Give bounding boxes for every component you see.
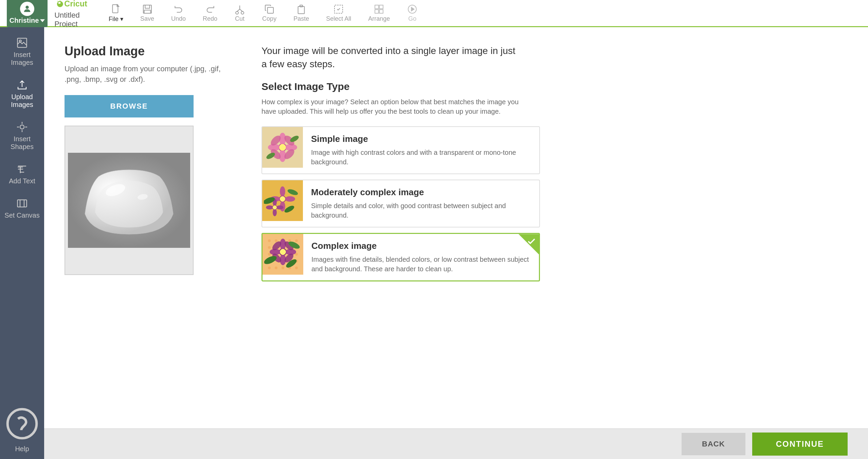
svg-point-10 [236,12,238,14]
svg-point-40 [279,144,286,151]
sidebar-item-upload-images[interactable]: Upload Images [0,73,44,115]
toolbar-arrange[interactable]: Arrange [368,4,390,22]
svg-point-53 [266,205,273,209]
username-label: Christine [10,17,39,24]
image-preview [65,126,194,275]
sidebar-item-set-canvas[interactable]: Set Canvas [0,191,44,225]
left-panel: Upload Image Upload an image from your c… [44,27,241,428]
toolbar-undo-label: Undo [171,15,186,22]
sidebar-insert-images-label: Insert Images [3,51,41,67]
sidebar-help-label: Help [15,445,29,453]
upload-title: Upload Image [65,44,221,58]
option-simple-title: Simple image [311,134,531,144]
svg-point-75 [295,267,298,269]
main-layout: Insert Images Upload Images Insert Shape… [0,27,868,459]
svg-point-85 [280,249,286,255]
sidebar-upload-images-label: Upload Images [3,93,41,109]
toolbar-cut[interactable]: Cut [234,4,245,22]
sidebar: Insert Images Upload Images Insert Shape… [0,27,44,459]
option-simple-thumb [262,127,303,168]
option-moderate-thumb [262,180,303,221]
username-row: Christine [10,17,45,24]
svg-point-54 [276,205,284,209]
svg-point-72 [275,267,277,269]
intro-text: Your image will be converted into a sing… [261,44,520,71]
svg-point-65 [268,246,271,249]
toolbar-copy[interactable]: Copy [262,4,276,22]
toolbar-arrange-label: Arrange [368,15,390,22]
svg-text:Cricut: Cricut [64,0,87,8]
svg-point-71 [268,267,271,269]
svg-point-61 [275,239,277,242]
content-area: Upload Image Upload an image from your c… [44,27,868,459]
project-title: Untitled Project [54,11,95,29]
svg-rect-9 [144,10,150,13]
svg-point-60 [268,239,271,242]
toolbar-go[interactable]: Go [407,4,418,22]
toolbar-save[interactable]: Save [140,4,154,22]
continue-button[interactable]: CONTINUE [752,433,848,456]
toolbar-copy-label: Copy [262,15,276,22]
svg-point-64 [295,239,298,242]
svg-point-23 [20,125,24,129]
sidebar-set-canvas-label: Set Canvas [4,212,39,219]
right-panel: Your image will be converted into a sing… [241,27,868,428]
user-button[interactable]: Christine [7,0,48,27]
toolbar-paste[interactable]: Paste [293,4,309,22]
svg-rect-25 [18,200,27,207]
svg-point-0 [25,6,29,9]
svg-point-73 [282,267,284,269]
toolbar-redo[interactable]: Redo [203,4,217,22]
toolbar-paste-label: Paste [293,15,309,22]
svg-rect-12 [268,7,273,13]
browse-button[interactable]: BROWSE [65,95,194,117]
svg-rect-17 [380,5,383,9]
svg-rect-18 [375,10,379,13]
sidebar-item-insert-shapes[interactable]: Insert Shapes [0,115,44,157]
svg-point-45 [280,186,285,197]
option-complex[interactable]: Complex image Images with fine details, … [261,233,540,281]
option-complex-title: Complex image [311,241,531,251]
cricut-logo: Cricut Untitled Project [54,0,95,29]
back-button[interactable]: BACK [682,433,745,455]
svg-point-68 [295,253,298,256]
option-complex-text: Complex image Images with fine details, … [303,234,539,280]
toolbar-file-label: File ▾ [109,15,123,23]
option-moderate-desc: Simple details and color, with good cont… [311,201,531,220]
svg-rect-16 [375,5,379,9]
upload-description: Upload an image from your computer (.jpg… [65,64,221,85]
user-avatar [20,2,34,16]
select-image-type-heading: Select Image Type [261,81,848,92]
svg-point-67 [268,253,271,256]
svg-text:T: T [18,165,23,175]
top-bar-left: Christine Cricut Untitled Project [7,0,95,29]
bottom-bar: BACK CONTINUE [44,428,868,459]
option-moderate[interactable]: Moderately complex image Simple details … [261,180,540,227]
toolbar-undo[interactable]: Undo [171,4,186,22]
sidebar-item-add-text[interactable]: T Add Text [0,157,44,191]
sidebar-item-help[interactable]: Help [0,398,44,459]
svg-point-52 [273,209,277,216]
sidebar-add-text-label: Add Text [9,177,35,185]
svg-point-11 [241,12,244,14]
toolbar-cut-label: Cut [235,15,245,22]
toolbar-select-all-label: Select All [326,15,351,22]
toolbar-go-label: Go [408,15,416,22]
sidebar-insert-shapes-label: Insert Shapes [3,135,41,151]
option-moderate-text: Moderately complex image Simple details … [303,180,539,227]
svg-point-49 [280,196,285,202]
sidebar-item-insert-images[interactable]: Insert Images [0,31,44,73]
svg-point-55 [273,205,277,209]
svg-rect-13 [298,6,305,14]
option-simple-desc: Image with high contrast colors and with… [311,148,531,167]
sidebar-bottom: Help [0,398,44,459]
option-complex-thumb [263,234,303,275]
toolbar-save-label: Save [140,15,154,22]
upload-panel: Upload Image Upload an image from your c… [44,27,868,428]
option-complex-desc: Images with fine details, blended colors… [311,255,531,274]
toolbar-select-all[interactable]: Select All [326,4,351,22]
select-desc: How complex is your image? Select an opt… [261,97,520,116]
svg-rect-8 [145,5,149,8]
option-simple[interactable]: Simple image Image with high contrast co… [261,126,540,174]
toolbar-file[interactable]: File ▾ [109,4,123,23]
